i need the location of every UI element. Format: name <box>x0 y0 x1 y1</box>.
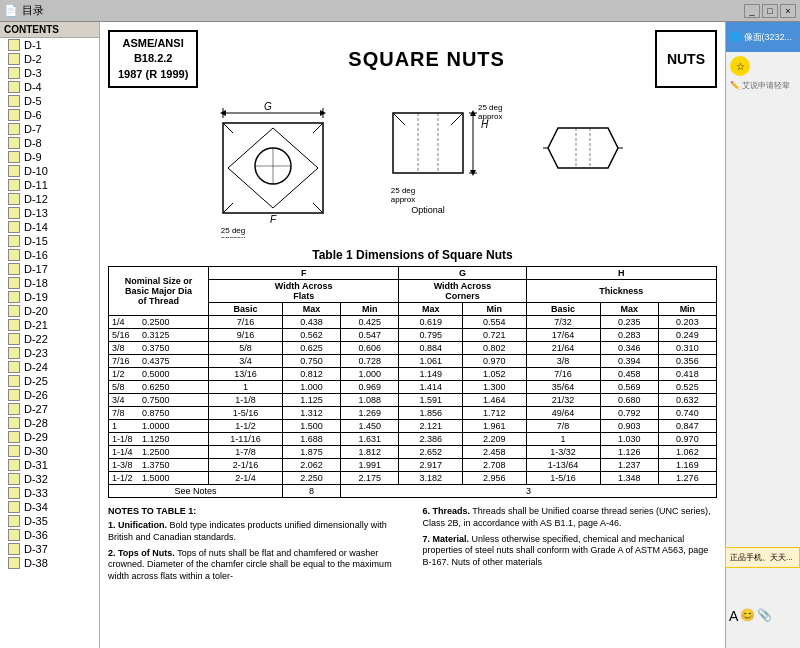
sidebar-item-d-21[interactable]: D-21 <box>0 318 99 332</box>
sidebar-item-d-10[interactable]: D-10 <box>0 164 99 178</box>
minimize-button[interactable]: _ <box>744 4 760 18</box>
sidebar-item-d-24[interactable]: D-24 <box>0 360 99 374</box>
cell-nominal: 1-1/41.2500 <box>109 446 209 459</box>
sidebar-item-label: D-22 <box>24 333 48 345</box>
sidebar-item-d-9[interactable]: D-9 <box>0 150 99 164</box>
sidebar-item-d-25[interactable]: D-25 <box>0 374 99 388</box>
note-7: 7. Material. Unless otherwise specified,… <box>423 534 718 569</box>
sidebar-item-d-2[interactable]: D-2 <box>0 52 99 66</box>
sidebar-item-d-22[interactable]: D-22 <box>0 332 99 346</box>
see-notes-cell: See Notes <box>109 485 283 498</box>
main-area: CONTENTS D-1D-2D-3D-4D-5D-6D-7D-8D-9D-10… <box>0 22 800 648</box>
cell-G-max: 1.414 <box>399 381 463 394</box>
sidebar-item-d-12[interactable]: D-12 <box>0 192 99 206</box>
sidebar-item-label: D-29 <box>24 431 48 443</box>
cell-G-max: 1.061 <box>399 355 463 368</box>
sidebar-item-d-14[interactable]: D-14 <box>0 220 99 234</box>
cell-H-basic: 1-3/32 <box>526 446 600 459</box>
cell-F-min: 1.269 <box>341 407 399 420</box>
sidebar-item-d-16[interactable]: D-16 <box>0 248 99 262</box>
sidebar-item-icon <box>8 193 20 205</box>
table-row: 5/160.31259/160.5620.5470.7950.72117/640… <box>109 329 717 342</box>
sidebar-item-label: D-26 <box>24 389 48 401</box>
title-bar-icon: 📄 <box>4 4 18 17</box>
sidebar-item-d-34[interactable]: D-34 <box>0 500 99 514</box>
sidebar-item-d-30[interactable]: D-30 <box>0 444 99 458</box>
sidebar-item-label: D-12 <box>24 193 48 205</box>
col-nominal: Nominal Size orBasic Major Diaof Thread <box>109 267 209 316</box>
sidebar-item-icon <box>8 67 20 79</box>
sidebar-item-label: D-23 <box>24 347 48 359</box>
sidebar-item-d-38[interactable]: D-38 <box>0 556 99 570</box>
sidebar-item-label: D-15 <box>24 235 48 247</box>
sidebar-item-d-29[interactable]: D-29 <box>0 430 99 444</box>
cell-nominal: 7/80.8750 <box>109 407 209 420</box>
sidebar-item-d-37[interactable]: D-37 <box>0 542 99 556</box>
sidebar-item-icon <box>8 459 20 471</box>
sidebar-item-d-32[interactable]: D-32 <box>0 472 99 486</box>
cell-H-basic: 1 <box>526 433 600 446</box>
cell-F-max: 1.125 <box>282 394 340 407</box>
sidebar-item-d-15[interactable]: D-15 <box>0 234 99 248</box>
sidebar-item-d-19[interactable]: D-19 <box>0 290 99 304</box>
sidebar-item-icon <box>8 277 20 289</box>
sidebar-item-d-26[interactable]: D-26 <box>0 388 99 402</box>
sidebar-item-d-23[interactable]: D-23 <box>0 346 99 360</box>
col-G-header: G <box>399 267 526 280</box>
sidebar-item-label: D-9 <box>24 151 42 163</box>
sidebar-item-d-33[interactable]: D-33 <box>0 486 99 500</box>
sidebar-item-icon <box>8 445 20 457</box>
sidebar-item-icon <box>8 501 20 513</box>
cell-H-min: 0.310 <box>658 342 716 355</box>
cell-F-max: 1.688 <box>282 433 340 446</box>
cell-G-min: 2.209 <box>462 433 526 446</box>
col-F-header: F <box>209 267 399 280</box>
table-row: 1-1/81.12501-11/161.6881.6312.3862.20911… <box>109 433 717 446</box>
sidebar-item-d-28[interactable]: D-28 <box>0 416 99 430</box>
close-button[interactable]: × <box>780 4 796 18</box>
sidebar-item-d-36[interactable]: D-36 <box>0 528 99 542</box>
sidebar-item-icon <box>8 235 20 247</box>
sidebar-item-d-35[interactable]: D-35 <box>0 514 99 528</box>
sidebar-item-icon <box>8 151 20 163</box>
sidebar-item-d-20[interactable]: D-20 <box>0 304 99 318</box>
sidebar-item-d-18[interactable]: D-18 <box>0 276 99 290</box>
sidebar-item-d-17[interactable]: D-17 <box>0 262 99 276</box>
content-area[interactable]: ASME/ANSI B18.2.2 1987 (R 1999) SQUARE N… <box>100 22 725 648</box>
sidebar-item-icon <box>8 361 20 373</box>
sidebar-item-d-5[interactable]: D-5 <box>0 94 99 108</box>
standard-number: B18.2.2 <box>118 51 188 66</box>
cell-H-max: 1.126 <box>600 446 658 459</box>
sidebar-item-d-4[interactable]: D-4 <box>0 80 99 94</box>
sidebar-item-d-13[interactable]: D-13 <box>0 206 99 220</box>
cell-G-min: 1.961 <box>462 420 526 433</box>
notes-title: NOTES TO TABLE 1: <box>108 506 403 516</box>
sidebar-item-icon <box>8 109 20 121</box>
svg-rect-22 <box>393 113 463 173</box>
sidebar-item-d-31[interactable]: D-31 <box>0 458 99 472</box>
cell-H-min: 1.169 <box>658 459 716 472</box>
sidebar-item-d-27[interactable]: D-27 <box>0 402 99 416</box>
cell-nominal: 5/80.6250 <box>109 381 209 394</box>
cell-H-max: 0.346 <box>600 342 658 355</box>
sidebar-items-list: D-1D-2D-3D-4D-5D-6D-7D-8D-9D-10D-11D-12D… <box>0 38 99 570</box>
cell-F-min: 1.631 <box>341 433 399 446</box>
sidebar-item-d-3[interactable]: D-3 <box>0 66 99 80</box>
sidebar-item-d-7[interactable]: D-7 <box>0 122 99 136</box>
sidebar-item-label: D-14 <box>24 221 48 233</box>
cell-G-min: 1.052 <box>462 368 526 381</box>
sidebar-item-icon <box>8 473 20 485</box>
cell-G-max: 1.591 <box>399 394 463 407</box>
sidebar-item-d-11[interactable]: D-11 <box>0 178 99 192</box>
sidebar-item-d-6[interactable]: D-6 <box>0 108 99 122</box>
sidebar-item-icon <box>8 207 20 219</box>
sidebar-item-d-1[interactable]: D-1 <box>0 38 99 52</box>
table-row: 1/40.25007/160.4380.4250.6190.5547/320.2… <box>109 316 717 329</box>
sidebar-item-label: D-7 <box>24 123 42 135</box>
cell-G-max: 2.652 <box>399 446 463 459</box>
sidebar-item-d-8[interactable]: D-8 <box>0 136 99 150</box>
maximize-button[interactable]: □ <box>762 4 778 18</box>
cell-H-basic: 1-13/64 <box>526 459 600 472</box>
sidebar-item-label: D-4 <box>24 81 42 93</box>
cell-F-min: 0.969 <box>341 381 399 394</box>
